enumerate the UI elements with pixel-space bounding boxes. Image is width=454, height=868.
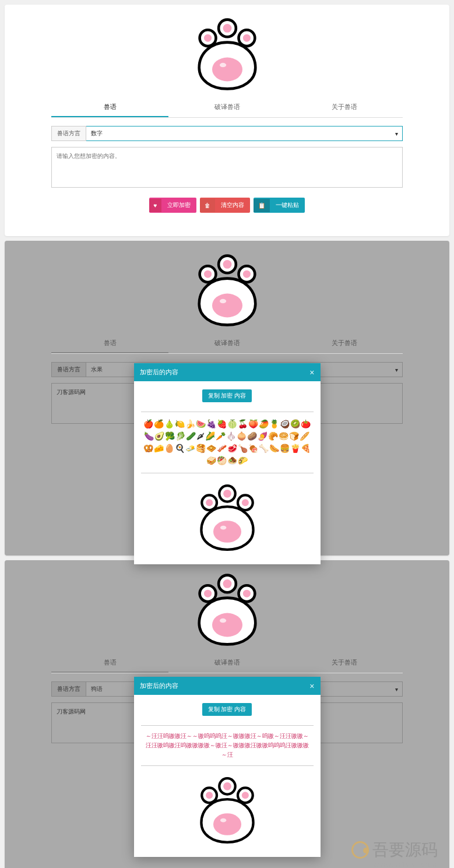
tab-label: 兽语 xyxy=(104,103,117,110)
tab-label: 关于兽语 xyxy=(332,659,357,666)
modal-header: 加密后的内容 × xyxy=(134,363,321,381)
tab-decrypt[interactable]: 破译兽语 xyxy=(168,98,286,117)
tab-label: 兽语 xyxy=(104,659,117,666)
tab-bar: 兽语 破译兽语 关于兽语 xyxy=(51,653,403,673)
tab-encrypt[interactable]: 兽语 xyxy=(51,98,168,117)
modal-header: 加密后的内容 × xyxy=(134,677,321,695)
action-buttons: ♥ 立即加密 🗑 清空内容 📋 一键粘贴 xyxy=(51,198,403,213)
tab-label: 关于兽语 xyxy=(332,339,357,346)
watermark: 吾要源码 www.w1ym.com xyxy=(351,839,438,868)
tab-label: 破译兽语 xyxy=(214,103,240,110)
dialect-row: 兽语方言 数字 ▾ xyxy=(51,126,403,141)
clear-button[interactable]: 🗑 清空内容 xyxy=(200,198,250,213)
tab-encrypt[interactable]: 兽语 xyxy=(51,653,168,673)
trash-icon: 🗑 xyxy=(200,199,215,212)
heart-icon: ♥ xyxy=(149,199,162,212)
content-textarea[interactable] xyxy=(51,147,403,188)
result-modal: 加密后的内容 × 复制 加密 内容 🍎🍊🍐🍋🍌🍉🍇🍓🍈🍒🍑🥭🍍🥥🥝🍅🍆🥑🥦🥬🥒🌶… xyxy=(134,363,321,564)
paste-icon: 📋 xyxy=(254,199,270,212)
result-modal: 加密后的内容 × 复制 加密 内容 ～汪汪呜嗷嗷汪～～嗷呜呜呜汪～嗷嗷嗷汪～呜嗷… xyxy=(134,677,321,857)
dialect-select-wrapper: 数字 ▾ xyxy=(86,126,403,141)
modal-body: 复制 加密 内容 🍎🍊🍐🍋🍌🍉🍇🍓🍈🍒🍑🥭🍍🥥🥝🍅🍆🥑🥦🥬🥒🌶🌽🥕🧄🧅🥔🍠🥐🥯🍞… xyxy=(134,381,321,564)
modal-body: 复制 加密 内容 ～汪汪呜嗷嗷汪～～嗷呜呜呜汪～嗷嗷嗷汪～呜嗷～汪汪嗷嗷～汪汪嗷… xyxy=(134,695,321,857)
tab-encrypt[interactable]: 兽语 xyxy=(51,334,168,353)
tab-label: 关于兽语 xyxy=(332,103,357,110)
dialect-label: 兽语方言 xyxy=(51,126,86,141)
modal-title: 加密后的内容 xyxy=(140,681,178,690)
copy-button[interactable]: 复制 加密 内容 xyxy=(202,389,252,402)
panel-1: 兽语 破译兽语 关于兽语 兽语方言 数字 ▾ ♥ 立即加密 🗑 清空内容 📋 一… xyxy=(5,5,449,236)
encrypt-button[interactable]: ♥ 立即加密 xyxy=(149,198,197,213)
tab-label: 破译兽语 xyxy=(214,339,240,346)
tab-about[interactable]: 关于兽语 xyxy=(286,98,403,117)
app-logo xyxy=(51,252,403,328)
watermark-title: 吾要源码 xyxy=(351,839,438,861)
result-content: 🍎🍊🍐🍋🍌🍉🍇🍓🍈🍒🍑🥭🍍🥥🥝🍅🍆🥑🥦🥬🥒🌶🌽🥕🧄🧅🥔🍠🥐🥯🍞🥖🥨🧀🥚🍳🧈🥞🧇🥓… xyxy=(141,412,314,473)
tab-about[interactable]: 关于兽语 xyxy=(286,334,403,353)
result-content: ～汪汪呜嗷嗷汪～～嗷呜呜呜汪～嗷嗷嗷汪～呜嗷～汪汪嗷嗷～汪汪嗷呜嗷汪呜嗷嗷嗷嗷～… xyxy=(141,725,314,766)
tab-decrypt[interactable]: 破译兽语 xyxy=(168,334,286,353)
panel-2: 兽语 破译兽语 关于兽语 兽语方言 水果 ▾ 刀客源码网 加密后的内容 × 复制… xyxy=(5,241,449,556)
tab-label: 破译兽语 xyxy=(214,659,240,666)
app-logo xyxy=(51,16,403,92)
close-icon[interactable]: × xyxy=(309,368,314,377)
tab-label: 兽语 xyxy=(104,339,117,346)
dialect-select[interactable]: 数字 xyxy=(86,126,403,141)
watermark-url: www.w1ym.com xyxy=(351,861,438,868)
tab-about[interactable]: 关于兽语 xyxy=(286,653,403,673)
watermark-logo-icon xyxy=(351,841,369,859)
modal-logo xyxy=(141,775,314,845)
button-label: 清空内容 xyxy=(215,198,250,213)
button-label: 立即加密 xyxy=(161,198,196,213)
tab-bar: 兽语 破译兽语 关于兽语 xyxy=(51,98,403,118)
modal-logo xyxy=(141,483,314,553)
button-label: 一键粘贴 xyxy=(270,198,305,213)
copy-button[interactable]: 复制 加密 内容 xyxy=(202,703,252,716)
dialect-label: 兽语方言 xyxy=(51,681,86,697)
app-logo xyxy=(51,572,403,648)
modal-title: 加密后的内容 xyxy=(140,368,178,377)
close-icon[interactable]: × xyxy=(309,682,314,690)
dialect-label: 兽语方言 xyxy=(51,362,86,377)
tab-bar: 兽语 破译兽语 关于兽语 xyxy=(51,334,403,354)
tab-decrypt[interactable]: 破译兽语 xyxy=(168,653,286,673)
panel-3: 兽语 破译兽语 关于兽语 兽语方言 狗语 ▾ 刀客源码网 加密后的内容 × 复制… xyxy=(5,560,449,868)
paste-button[interactable]: 📋 一键粘贴 xyxy=(254,198,305,213)
